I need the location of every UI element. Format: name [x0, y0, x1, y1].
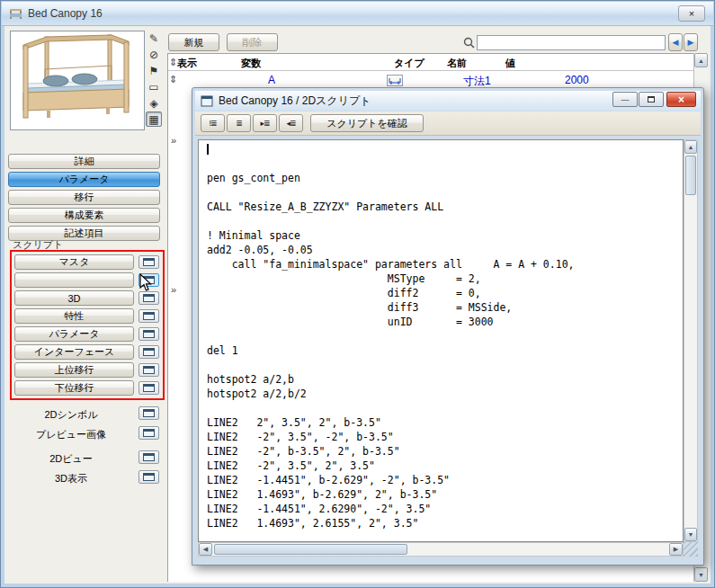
view-item-3d-view: 3D表示 [8, 472, 134, 486]
window-icon [143, 429, 155, 437]
prev-section-button[interactable]: ◂≣ [279, 114, 303, 132]
script-maximize-button[interactable] [639, 92, 664, 107]
editor-area: pen gs_cont_pen CALL "Resize_A_B_ZZYZX" … [198, 139, 698, 557]
tool-button-none[interactable]: ⊘ [146, 47, 162, 62]
scroll-right-button[interactable]: ▶ [669, 543, 683, 556]
delete-button[interactable]: 削除 [227, 33, 278, 51]
script-button-parameter[interactable]: パラメータ [14, 326, 134, 342]
scroll-left-button[interactable]: ◀ [199, 543, 212, 556]
script-button-2d[interactable] [14, 272, 134, 288]
column-header-display[interactable]: 表示 [177, 57, 197, 70]
search-input[interactable] [477, 35, 666, 50]
editor-horizontal-scrollbar[interactable]: ◀ ▶ [198, 542, 684, 557]
window-icon [143, 258, 155, 266]
script-button-label: インターフェース [34, 345, 115, 359]
row-drag-icon[interactable]: ⇕ [169, 74, 177, 85]
script-close-button[interactable]: × [666, 92, 696, 107]
tool-button-page[interactable]: ▭ [146, 79, 162, 94]
bed-preview-image [11, 31, 144, 129]
script-window-button-properties[interactable] [139, 309, 159, 323]
code-text: pen gs_cont_pen CALL "Resize_A_B_ZZYZX" … [207, 142, 575, 530]
scroll-up-button[interactable]: ▲ [694, 53, 708, 67]
nav-button-components[interactable]: 構成要素 [8, 208, 160, 223]
cube-icon: ◈ [149, 97, 157, 110]
nav-button-migration[interactable]: 移行 [8, 190, 160, 205]
next-section-icon: ▸≣ [260, 119, 269, 128]
pencil-icon: ✎ [149, 32, 158, 45]
new-button-label: 新規 [184, 36, 204, 49]
tool-button-flag[interactable]: ⚑ [146, 63, 162, 78]
minimize-icon: — [621, 95, 630, 104]
script-window-button-forward-migration[interactable] [139, 363, 159, 377]
horizontal-scroll-thumb[interactable] [214, 544, 407, 555]
script-button-label: 上位移行 [55, 363, 94, 377]
scroll-down-button[interactable]: ▼ [694, 567, 708, 582]
app-window: Bed Canopy 16 × ✎ ⊘ ⚑ ▭ ◈ ▦ 詳細 パラメータ 移行 … [0, 0, 715, 588]
tool-button-edit[interactable]: ✎ [146, 31, 162, 46]
arrow-up-icon: ▲ [688, 144, 694, 150]
script-button-properties[interactable]: 特性 [14, 308, 134, 324]
column-header-variable[interactable]: 変数 [241, 57, 261, 70]
nav-button-details[interactable]: 詳細 [8, 154, 160, 169]
view-window-button-2d-view[interactable] [139, 450, 159, 464]
view-window-button-preview-picture[interactable] [139, 426, 159, 440]
chevrons-icon: » [171, 284, 176, 295]
vertical-scroll-thumb[interactable] [685, 156, 696, 195]
column-header-value[interactable]: 値 [505, 57, 515, 70]
circle-slash-icon: ⊘ [149, 49, 158, 61]
script-button-label: 3D [67, 293, 80, 304]
view-item-preview-picture: プレビュー画像 [8, 428, 134, 441]
close-button[interactable]: × [678, 5, 705, 22]
script-window-button-master[interactable] [139, 255, 159, 269]
column-header-type[interactable]: タイプ [394, 57, 425, 70]
arrow-down-icon: ▼ [688, 531, 694, 538]
prev-button[interactable]: ◀ [668, 33, 683, 51]
check-script-button[interactable]: スクリプトを確認 [310, 114, 424, 132]
view-item-2d-view: 2Dビュー [8, 452, 134, 466]
list-button[interactable]: ≣ [227, 114, 251, 132]
param-variable[interactable]: A [268, 74, 275, 86]
next-button[interactable]: ▶ [684, 33, 698, 51]
scroll-down-button[interactable]: ▼ [684, 528, 697, 541]
column-header-name[interactable]: 名前 [447, 57, 467, 70]
script-section-label: スクリプト [13, 238, 63, 252]
script-window-button-backward-migration[interactable] [139, 381, 159, 395]
nav-button-parameters[interactable]: パラメータ [8, 172, 160, 187]
new-button[interactable]: 新規 [168, 33, 219, 51]
script-button-label: 下位移行 [55, 381, 94, 395]
tool-button-grid[interactable]: ▦ [146, 111, 162, 127]
script-toolbar: !≣ ≣ ▸≣ ◂≣ スクリプトを確認 [195, 111, 701, 136]
nav-button-label: 記述項目 [65, 227, 104, 240]
script-window-button-3d[interactable] [139, 291, 159, 305]
script-button-interface[interactable]: インターフェース [14, 344, 134, 360]
scroll-up-button[interactable]: ▲ [684, 140, 697, 154]
view-window-button-2d-symbol[interactable] [139, 406, 159, 420]
nav-button-label: パラメータ [58, 173, 109, 186]
script-window-button-interface[interactable] [139, 345, 159, 359]
arrow-right-icon: ▶ [674, 546, 678, 553]
warning-list-button[interactable]: !≣ [201, 114, 225, 132]
view-window-button-3d-view[interactable] [139, 470, 159, 484]
script-window-button-parameter[interactable] [139, 327, 159, 341]
window-icon [143, 312, 155, 320]
param-value[interactable]: 2000 [565, 74, 589, 86]
tool-button-cube[interactable]: ◈ [146, 95, 162, 111]
window-icon [143, 294, 155, 302]
warning-list-icon: !≣ [209, 119, 216, 128]
window-title: Bed Canopy 16 [28, 7, 103, 20]
editor-vertical-scrollbar[interactable]: ▲ ▼ [684, 139, 698, 542]
script-button-label: 特性 [65, 309, 85, 323]
next-section-button[interactable]: ▸≣ [253, 114, 277, 132]
search-icon [463, 37, 475, 49]
left-arrow-icon: ◀ [673, 38, 679, 47]
script-button-forward-migration[interactable]: 上位移行 [14, 362, 134, 378]
nav-button-label: 移行 [75, 191, 94, 204]
restore-icon [648, 96, 655, 102]
resize-grip[interactable] [684, 542, 698, 557]
code-editor[interactable]: pen gs_cont_pen CALL "Resize_A_B_ZZYZX" … [198, 139, 684, 542]
script-button-backward-migration[interactable]: 下位移行 [14, 380, 134, 396]
script-button-master[interactable]: マスタ [14, 254, 134, 270]
window-icon [143, 409, 155, 417]
script-button-3d[interactable]: 3D [14, 290, 134, 306]
script-minimize-button[interactable]: — [612, 92, 638, 107]
